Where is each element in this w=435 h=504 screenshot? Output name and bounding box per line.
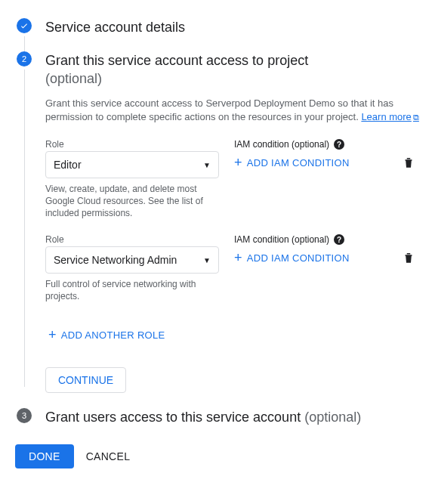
- plus-icon: +: [234, 156, 242, 169]
- step3-title-text: Grant users access to this service accou…: [45, 410, 304, 425]
- role-row-1: Role Service Networking Admin ▼ Full con…: [45, 234, 420, 302]
- role-hint-0: View, create, update, and delete most Go…: [45, 183, 211, 219]
- help-icon[interactable]: ?: [334, 139, 344, 150]
- step2-title-text: Grant this service account access to pro…: [45, 53, 308, 68]
- iam-label-1: IAM condition (optional): [234, 234, 329, 245]
- iam-label-0: IAM condition (optional): [234, 139, 329, 150]
- step1-title[interactable]: Service account details: [45, 18, 420, 36]
- step3-number: 3: [17, 408, 32, 423]
- step-grant-users-access: 3 Grant users access to this service acc…: [15, 408, 420, 426]
- chevron-down-icon: ▼: [203, 161, 211, 169]
- step3-indicator: 3: [15, 408, 33, 423]
- role-value-0: Editor: [54, 159, 82, 171]
- step-service-account-details: Service account details: [15, 18, 420, 51]
- step-grant-access-project: 2 Grant this service account access to p…: [15, 51, 420, 408]
- role-select-1[interactable]: Service Networking Admin ▼: [45, 246, 219, 274]
- step2-number: 2: [17, 51, 32, 66]
- check-icon: [17, 18, 32, 33]
- delete-role-0[interactable]: [402, 159, 415, 172]
- footer-actions: DONE CANCEL: [15, 444, 420, 468]
- external-link-icon: ⧉: [413, 113, 419, 122]
- delete-role-1[interactable]: [402, 254, 415, 267]
- add-another-role-button[interactable]: + ADD ANOTHER ROLE: [45, 323, 168, 346]
- step2-title: Grant this service account access to pro…: [45, 51, 420, 70]
- learn-more-link[interactable]: Learn more⧉: [361, 111, 418, 122]
- step2-desc-text: Grant this service account access to Ser…: [45, 97, 393, 122]
- step3-optional: (optional): [304, 410, 361, 425]
- continue-button[interactable]: CONTINUE: [45, 367, 126, 393]
- iam-header-0: IAM condition (optional) ?: [234, 139, 387, 150]
- help-icon[interactable]: ?: [334, 234, 344, 245]
- plus-icon: +: [234, 251, 242, 264]
- done-button[interactable]: DONE: [15, 444, 74, 468]
- step3-title[interactable]: Grant users access to this service accou…: [45, 408, 420, 426]
- role-select-0[interactable]: Editor ▼: [45, 151, 219, 178]
- add-iam-text-1: ADD IAM CONDITION: [247, 252, 350, 264]
- role-row-0: Role Editor ▼ View, create, update, and …: [45, 139, 420, 219]
- step1-indicator: [15, 18, 33, 51]
- add-iam-text-0: ADD IAM CONDITION: [247, 157, 350, 169]
- add-role-text: ADD ANOTHER ROLE: [61, 329, 165, 341]
- step2-description: Grant this service account access to Ser…: [45, 97, 420, 124]
- step2-indicator: 2: [15, 51, 33, 387]
- iam-header-1: IAM condition (optional) ?: [234, 234, 387, 245]
- add-iam-condition-0[interactable]: + ADD IAM CONDITION: [234, 156, 387, 169]
- role-value-1: Service Networking Admin: [54, 254, 177, 266]
- role-label-0: Role: [45, 139, 219, 150]
- role-label-1: Role: [45, 234, 219, 245]
- cancel-button[interactable]: CANCEL: [86, 444, 131, 468]
- plus-icon: +: [48, 328, 57, 342]
- add-iam-condition-1[interactable]: + ADD IAM CONDITION: [234, 251, 387, 264]
- role-hint-1: Full control of service networking with …: [45, 278, 211, 302]
- step2-optional: (optional): [45, 70, 420, 88]
- chevron-down-icon: ▼: [203, 256, 211, 264]
